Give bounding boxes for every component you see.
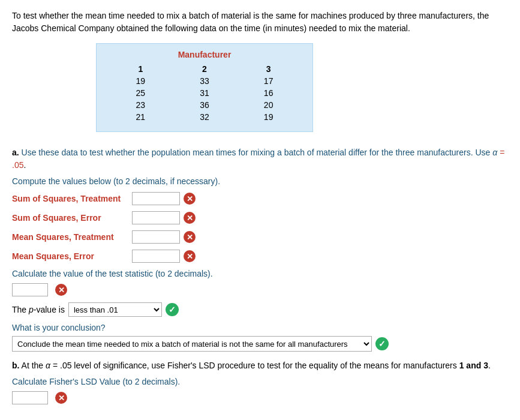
sst-error-icon[interactable]: ✕ [184,193,196,205]
sse-row: Sum of Squares, Error ✕ [12,211,508,224]
part-b-alpha: = .05 [53,361,72,370]
part-a-label: a. Use these data to test whether the po… [12,146,508,172]
pvalue-select[interactable]: less than .01between .01 and .025between… [68,302,162,317]
sst-label: Sum of Squares, Treatment [12,194,132,203]
part-b-nums: 1 and 3 [459,361,488,370]
conclusion-question: What is your conclusion? [12,323,508,332]
table-cell: 19 [236,111,300,123]
pvalue-check-icon[interactable]: ✓ [166,303,179,316]
mse-error-icon[interactable]: ✕ [184,250,196,262]
mst-input[interactable] [132,230,180,244]
test-stat-row: ✕ [12,283,508,296]
data-table: 1 2 3 193317253116233620213219 [109,63,300,123]
table-cell: 32 [173,111,237,123]
conclusion-row: Conclude the mean time needed to mix a b… [12,336,508,352]
sse-label: Sum of Squares, Error [12,213,132,223]
pvalue-prefix: The p-value is [12,305,65,314]
pvalue-row: The p-value is less than .01between .01 … [12,302,508,317]
lsd-input[interactable] [12,391,48,404]
intro-text-1: To test whether the mean time needed to … [12,11,489,33]
mst-row: Mean Squares, Treatment ✕ [12,230,508,244]
test-stat-error-icon[interactable]: ✕ [55,284,67,296]
lsd-instruction: Calculate Fisher's LSD Value (to 2 decim… [12,377,508,386]
table-cell: 20 [236,99,300,111]
part-a-text: Use these data to test whether the popul… [22,148,500,157]
data-table-container: Manufacturer 1 2 3 193317253116233620213… [96,43,313,132]
table-cell: 25 [109,87,173,99]
table-cell: 19 [109,75,173,87]
conclusion-select[interactable]: Conclude the mean time needed to mix a b… [12,336,372,352]
calc-instruction: Calculate the value of the test statisti… [12,269,508,278]
manufacturer-header: Manufacturer [109,50,300,59]
sse-input[interactable] [132,211,180,224]
table-cell: 36 [173,99,237,111]
intro-paragraph: To test whether the mean time needed to … [12,10,508,35]
table-row: 253116 [109,87,300,99]
sst-input[interactable] [132,192,180,205]
table-row: 213219 [109,111,300,123]
part-b-text: At the α [22,361,53,370]
col-header-2: 2 [173,63,237,75]
test-stat-input[interactable] [12,283,48,296]
table-cell: 23 [109,99,173,111]
lsd-row: ✕ [12,391,508,404]
conclusion-check-icon[interactable]: ✓ [375,337,389,350]
table-cell: 17 [236,75,300,87]
mst-error-icon[interactable]: ✕ [184,231,196,243]
mse-row: Mean Squares, Error ✕ [12,250,508,263]
part-b-letter: b. [12,361,19,370]
sst-row: Sum of Squares, Treatment ✕ [12,192,508,205]
mse-input[interactable] [132,250,180,263]
part-a-letter: a. [12,148,19,157]
col-header-3: 3 [236,63,300,75]
table-cell: 31 [173,87,237,99]
lsd-error-icon[interactable]: ✕ [55,392,67,404]
table-row: 233620 [109,99,300,111]
mse-label: Mean Squares, Error [12,251,132,261]
part-b-text2: level of significance, use Fisher's LSD … [71,361,459,370]
compute-instruction: Compute the values below (to 2 decimals,… [12,176,508,186]
mst-label: Mean Squares, Treatment [12,232,132,242]
table-cell: 16 [236,87,300,99]
sse-error-icon[interactable]: ✕ [184,212,196,224]
part-b-label: b. At the α = .05 level of significance,… [12,359,508,372]
table-row: 193317 [109,75,300,87]
table-cell: 21 [109,111,173,123]
col-header-1: 1 [109,63,173,75]
table-cell: 33 [173,75,237,87]
